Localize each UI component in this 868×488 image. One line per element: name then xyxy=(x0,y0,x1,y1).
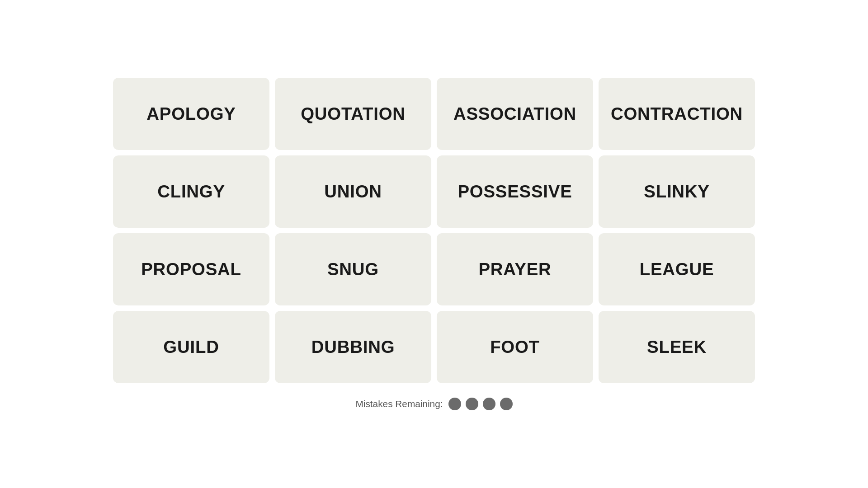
mistakes-dots xyxy=(448,398,513,410)
word-card-clingy[interactable]: CLINGY xyxy=(113,155,269,228)
word-card-association[interactable]: ASSOCIATION xyxy=(437,78,593,150)
word-card-foot[interactable]: FOOT xyxy=(437,311,593,383)
word-card-union[interactable]: UNION xyxy=(275,155,431,228)
word-card-prayer[interactable]: PRAYER xyxy=(437,233,593,305)
word-card-quotation[interactable]: QUOTATION xyxy=(275,78,431,150)
word-card-league[interactable]: LEAGUE xyxy=(599,233,755,305)
word-grid: APOLOGY QUOTATION ASSOCIATION CONTRACTIO… xyxy=(113,78,755,383)
word-card-proposal[interactable]: PROPOSAL xyxy=(113,233,269,305)
game-container: APOLOGY QUOTATION ASSOCIATION CONTRACTIO… xyxy=(104,60,764,428)
mistake-dot-1 xyxy=(448,398,461,410)
word-card-contraction[interactable]: CONTRACTION xyxy=(599,78,755,150)
mistake-dot-4 xyxy=(500,398,513,410)
mistake-dot-3 xyxy=(483,398,495,410)
word-card-guild[interactable]: GUILD xyxy=(113,311,269,383)
word-card-sleek[interactable]: SLEEK xyxy=(599,311,755,383)
mistake-dot-2 xyxy=(466,398,478,410)
word-card-apology[interactable]: APOLOGY xyxy=(113,78,269,150)
mistakes-row: Mistakes Remaining: xyxy=(355,398,512,410)
word-card-dubbing[interactable]: DUBBING xyxy=(275,311,431,383)
word-card-slinky[interactable]: SLINKY xyxy=(599,155,755,228)
word-card-possessive[interactable]: POSSESSIVE xyxy=(437,155,593,228)
word-card-snug[interactable]: SNUG xyxy=(275,233,431,305)
mistakes-label: Mistakes Remaining: xyxy=(355,399,443,409)
